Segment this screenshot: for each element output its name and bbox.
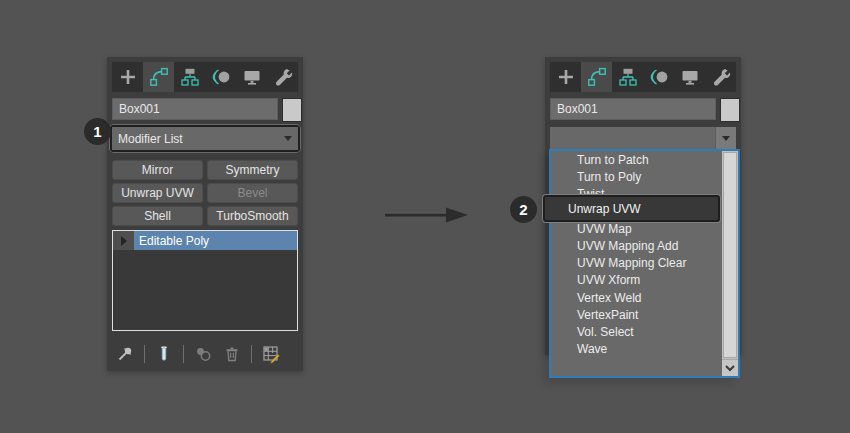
hierarchy-icon [618, 67, 638, 87]
dropdown-item[interactable]: UVW Mapping Add [551, 238, 722, 255]
tab-hierarchy[interactable] [174, 62, 205, 92]
stack-row-editable-poly[interactable]: Editable Poly [113, 231, 297, 250]
dropdown-item[interactable]: Wave [551, 341, 722, 358]
step-1-badge: 1 [84, 118, 111, 145]
tab-create[interactable] [550, 62, 581, 92]
modifier-list-dropdown[interactable]: Modifier List [112, 127, 298, 150]
show-end-result-icon[interactable] [154, 344, 174, 364]
tab-motion[interactable] [205, 62, 236, 92]
chevron-down-icon [724, 363, 736, 373]
display-icon [680, 67, 700, 87]
dropdown-item-unwrap-uvw-highlighted[interactable]: Unwrap UVW [543, 195, 720, 222]
create-plus-icon [556, 67, 576, 87]
turbosmooth-button[interactable]: TurboSmooth [207, 206, 298, 226]
make-unique-icon[interactable] [193, 344, 213, 364]
chevron-down-icon [722, 136, 730, 141]
modifier-list-label: Modifier List [112, 132, 278, 146]
modifier-stack: Editable Poly [112, 230, 298, 331]
dropdown-items: Turn to Patch Turn to Poly Twist Unwrap … [551, 152, 722, 358]
tab-hierarchy[interactable] [612, 62, 643, 92]
tab-display[interactable] [674, 62, 705, 92]
command-panel-tabbar [112, 62, 298, 92]
scroll-down-button[interactable] [722, 359, 738, 376]
tab-motion[interactable] [643, 62, 674, 92]
highlighted-item-label: Unwrap UVW [568, 202, 641, 216]
step-2-badge: 2 [510, 196, 537, 223]
dropdown-item[interactable]: Vertex Weld [551, 290, 722, 307]
scrollbar-thumb[interactable] [723, 152, 737, 358]
tab-utilities[interactable] [705, 62, 736, 92]
dropdown-item[interactable]: UVW Mapping Clear [551, 255, 722, 272]
object-name-field[interactable]: Box001 [550, 98, 716, 120]
tab-modify[interactable] [143, 62, 174, 92]
tab-modify[interactable] [581, 62, 612, 92]
hierarchy-icon [180, 67, 200, 87]
stack-item-label: Editable Poly [134, 231, 297, 250]
object-name-value: Box001 [119, 102, 160, 116]
dropdown-arrow[interactable] [278, 127, 298, 150]
tab-utilities[interactable] [267, 62, 298, 92]
symmetry-button[interactable]: Symmetry [207, 160, 298, 180]
configure-modifier-sets-icon[interactable] [261, 344, 281, 364]
dropdown-item[interactable]: Vol. Select [551, 324, 722, 341]
object-color-swatch[interactable] [720, 98, 740, 122]
dropdown-item[interactable]: UVW Xform [551, 272, 722, 289]
tab-create[interactable] [112, 62, 143, 92]
modify-panel-before: Box001 Modifier List Mirror Symmetry Unw… [107, 57, 303, 371]
dropdown-arrow[interactable] [715, 127, 736, 149]
motion-icon [211, 67, 231, 87]
modify-icon [149, 67, 169, 87]
modifier-list-dropdown-open[interactable] [550, 127, 736, 149]
shell-button[interactable]: Shell [112, 206, 203, 226]
remove-modifier-icon[interactable] [222, 344, 242, 364]
dropdown-item[interactable]: Turn to Poly [551, 169, 722, 186]
bevel-button[interactable]: Bevel [207, 183, 298, 203]
modify-icon [587, 67, 607, 87]
unwrap-uvw-button[interactable]: Unwrap UVW [112, 183, 203, 203]
dropdown-item[interactable]: Turn to Patch [551, 152, 722, 169]
motion-icon [649, 67, 669, 87]
object-color-swatch[interactable] [282, 98, 302, 122]
modifier-dropdown-list: Turn to Patch Turn to Poly Twist Unwrap … [549, 149, 740, 378]
chevron-down-icon [284, 136, 292, 141]
utilities-icon [711, 67, 731, 87]
object-name-value: Box001 [557, 102, 598, 116]
expand-toggle[interactable] [113, 231, 134, 250]
dropdown-item[interactable]: VertexPaint [551, 307, 722, 324]
pin-stack-icon[interactable] [115, 344, 135, 364]
tutorial-image: Box001 Modifier List Mirror Symmetry Unw… [0, 0, 850, 433]
dropdown-item[interactable]: UVW Map [551, 221, 722, 238]
toolbar-separator [144, 345, 145, 363]
tab-display[interactable] [236, 62, 267, 92]
command-panel-tabbar [550, 62, 736, 92]
toolbar-separator [251, 345, 252, 363]
create-plus-icon [118, 67, 138, 87]
mirror-button[interactable]: Mirror [112, 160, 203, 180]
toolbar-separator [183, 345, 184, 363]
triangle-right-icon [121, 236, 127, 246]
dropdown-scrollbar[interactable] [722, 151, 738, 376]
display-icon [242, 67, 262, 87]
flow-arrow-icon [380, 200, 472, 234]
utilities-icon [273, 67, 293, 87]
object-name-field[interactable]: Box001 [112, 98, 278, 120]
stack-toolbar [115, 341, 295, 367]
